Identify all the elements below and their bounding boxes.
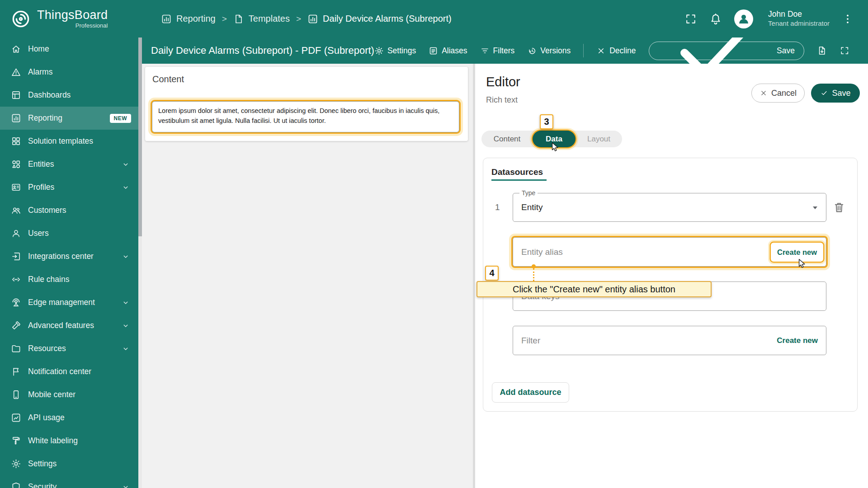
annotation-step-3: 3 xyxy=(540,114,553,129)
brand-logo[interactable]: ThingsBoard Professional xyxy=(0,8,142,30)
datasources-underline xyxy=(491,179,547,181)
sidebar-item-label: Entities xyxy=(28,160,54,169)
sidebar-item-label: Integrations center xyxy=(28,252,94,261)
sidebar-item-advanced-features[interactable]: Advanced features xyxy=(0,314,142,337)
sidebar-item-label: Solution templates xyxy=(28,136,93,146)
type-select[interactable]: Type Entity xyxy=(513,193,826,222)
datasource-row-index: 1 xyxy=(495,202,500,212)
fullscreen-icon[interactable] xyxy=(840,45,850,56)
breadcrumb-label: Reporting xyxy=(176,14,216,24)
reporting-icon xyxy=(161,14,172,24)
sidebar-item-settings[interactable]: Settings xyxy=(0,452,142,475)
breadcrumb: Reporting > Templates > Daily Device Ala… xyxy=(161,14,452,24)
create-new-filter-button[interactable]: Create new xyxy=(777,336,818,345)
sidebar-item-notification-center[interactable]: Notification center xyxy=(0,360,142,383)
chevron-down-icon xyxy=(121,321,130,330)
sidebar-item-alarms[interactable]: Alarms xyxy=(0,61,142,84)
tab-content[interactable]: Content xyxy=(481,131,533,147)
save-label: Save xyxy=(832,89,850,98)
breadcrumb-separator: > xyxy=(296,14,301,24)
check-icon xyxy=(820,89,828,97)
api-usage-icon xyxy=(11,413,21,423)
filters-button[interactable]: Filters xyxy=(480,46,515,56)
type-label: Type xyxy=(519,189,538,197)
sidebar-item-white-labeling[interactable]: White labeling xyxy=(0,429,142,452)
export-pdf-icon[interactable] xyxy=(817,45,827,56)
aliases-button[interactable]: Aliases xyxy=(429,46,467,56)
sidebar-item-resources[interactable]: Resources xyxy=(0,337,142,360)
add-datasource-button[interactable]: Add datasource xyxy=(492,382,569,403)
avatar[interactable] xyxy=(734,9,753,28)
sidebar-item-label: Edge management xyxy=(28,298,95,307)
sidebar-item-edge-management[interactable]: Edge management xyxy=(0,291,142,314)
sidebar-item-dashboards[interactable]: Dashboards xyxy=(0,84,142,107)
kebab-menu-icon[interactable] xyxy=(842,13,854,25)
sidebar-item-label: Dashboards xyxy=(28,90,71,100)
sidebar-scrollbar-thumb[interactable] xyxy=(138,38,142,236)
mouse-cursor-icon xyxy=(549,141,561,153)
sidebar-item-entities[interactable]: Entities xyxy=(0,153,142,176)
person-icon xyxy=(737,12,750,26)
sidebar-item-home[interactable]: Home xyxy=(0,38,142,61)
brand-sub: Professional xyxy=(37,23,108,28)
sidebar-item-customers[interactable]: Customers xyxy=(0,199,142,222)
brand-name: ThingsBoard xyxy=(37,9,108,21)
topbar-right: John Doe Tenant administrator xyxy=(684,9,868,28)
white-labeling-icon xyxy=(11,436,21,446)
entities-icon xyxy=(11,159,21,169)
settings-button[interactable]: Settings xyxy=(374,46,416,56)
resources-icon xyxy=(11,343,21,354)
delete-datasource-icon[interactable] xyxy=(832,201,846,214)
fullscreen-icon[interactable] xyxy=(684,13,697,25)
chevron-down-icon xyxy=(121,252,130,261)
breadcrumb-reporting[interactable]: Reporting xyxy=(161,14,216,24)
versions-label: Versions xyxy=(540,46,571,56)
chevron-down-icon xyxy=(121,298,130,307)
dropdown-arrow-icon xyxy=(810,202,821,213)
home-icon xyxy=(11,44,21,54)
breadcrumb-templates[interactable]: Templates xyxy=(233,14,290,24)
solution-templates-icon xyxy=(11,136,21,146)
decline-label: Decline xyxy=(609,46,636,56)
versions-button[interactable]: Versions xyxy=(527,46,571,56)
annotation-tooltip: Click the "Create new" entity alias butt… xyxy=(476,281,712,297)
sidebar-item-mobile-center[interactable]: Mobile center xyxy=(0,383,142,406)
mouse-cursor-icon xyxy=(796,258,807,270)
breadcrumb-label: Daily Device Alarms (Subreport) xyxy=(323,14,452,24)
filter-field[interactable]: Filter Create new xyxy=(513,326,826,355)
toolbar-save-button[interactable]: Save xyxy=(649,42,804,60)
sidebar-item-security[interactable]: Security xyxy=(0,475,142,488)
sidebar-item-users[interactable]: Users xyxy=(0,222,142,245)
editor-title: Editor xyxy=(486,75,520,89)
chevron-down-icon xyxy=(121,344,130,353)
settings-label: Settings xyxy=(387,46,416,56)
breadcrumb-current[interactable]: Daily Device Alarms (Subreport) xyxy=(307,14,452,24)
sidebar-item-solution-templates[interactable]: Solution templates xyxy=(0,130,142,153)
report-title: Daily Device Alarms (Subreport) - PDF (S… xyxy=(151,45,374,56)
sidebar-item-rule-chains[interactable]: Rule chains xyxy=(0,268,142,291)
sidebar-item-label: Alarms xyxy=(28,67,52,77)
chevron-down-icon xyxy=(121,160,130,169)
entity-alias-field[interactable]: Entity alias Create new xyxy=(513,237,826,267)
dashboards-icon xyxy=(11,90,21,100)
sidebar-item-api-usage[interactable]: API usage xyxy=(0,406,142,429)
cancel-label: Cancel xyxy=(771,89,797,98)
sidebar-item-label: Rule chains xyxy=(28,275,69,284)
rich-text-preview[interactable]: Lorem ipsum dolor sit amet, consectetur … xyxy=(152,101,459,132)
decline-button[interactable]: Decline xyxy=(596,46,636,56)
notifications-bell-icon[interactable] xyxy=(709,13,722,25)
sidebar-item-profiles[interactable]: Profiles xyxy=(0,176,142,199)
sidebar-item-integrations-center[interactable]: Integrations center xyxy=(0,245,142,268)
subreport-icon xyxy=(307,14,318,24)
mobile-icon xyxy=(11,389,21,400)
sidebar-item-reporting[interactable]: Reporting NEW xyxy=(0,107,142,130)
sidebar-item-label: Advanced features xyxy=(28,321,94,330)
editor-save-button[interactable]: Save xyxy=(811,84,860,103)
user-name: John Doe xyxy=(768,9,830,19)
reporting-icon xyxy=(11,113,21,123)
annotation-anchor-dot xyxy=(532,264,536,268)
editor-subtitle: Rich text xyxy=(486,95,518,105)
brand-text: ThingsBoard Professional xyxy=(37,9,108,28)
breadcrumb-separator: > xyxy=(222,14,227,24)
tab-layout[interactable]: Layout xyxy=(576,131,622,147)
